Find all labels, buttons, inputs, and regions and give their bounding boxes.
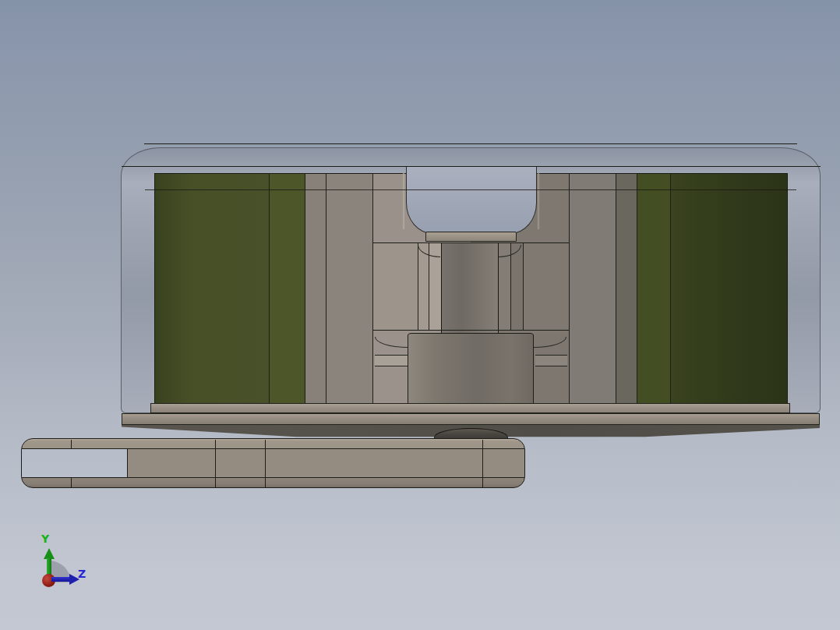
stator-coil-left-inner[interactable] bbox=[269, 173, 305, 403]
bearing-sleeve-right[interactable] bbox=[511, 243, 524, 330]
stator-coil-right-inner[interactable] bbox=[637, 173, 670, 403]
z-axis-arrow bbox=[51, 577, 70, 582]
y-axis-arrowhead bbox=[44, 548, 55, 559]
y-axis-label: Y bbox=[41, 533, 49, 544]
arm-edge-hairline bbox=[71, 440, 72, 448]
stator-core-right-b[interactable] bbox=[616, 173, 637, 403]
edge-hairline bbox=[269, 173, 270, 403]
arm-fork-slot bbox=[22, 449, 128, 477]
arm-edge-hairline bbox=[71, 478, 72, 488]
tower-highlight bbox=[402, 173, 404, 229]
arm-edge-hairline bbox=[22, 477, 524, 478]
rotor-hub[interactable] bbox=[408, 333, 534, 405]
z-axis-label: Z bbox=[78, 568, 86, 579]
edge-hairline bbox=[305, 173, 305, 403]
base-plate-lower[interactable] bbox=[122, 413, 820, 425]
base-plate-upper[interactable] bbox=[150, 403, 790, 413]
stator-core-left-b[interactable] bbox=[326, 173, 372, 403]
stator-coil-right-outer[interactable] bbox=[670, 173, 788, 403]
edge-hairline bbox=[616, 173, 616, 403]
bearing-block-right[interactable] bbox=[524, 243, 569, 330]
cad-graphics-area[interactable]: Y Z bbox=[0, 0, 840, 630]
bearing-sleeve-left[interactable] bbox=[418, 243, 429, 330]
edge-hairline bbox=[670, 173, 671, 403]
stator-core-right-a[interactable] bbox=[569, 173, 616, 403]
edge-hairline-top-back bbox=[144, 143, 797, 144]
arm-edge-hairline bbox=[482, 440, 483, 488]
edge-hairline bbox=[372, 330, 569, 331]
bearing-block-left[interactable] bbox=[373, 243, 418, 330]
edge-hairline bbox=[637, 173, 637, 403]
arm-edge-hairline bbox=[265, 440, 266, 488]
mounting-arm[interactable] bbox=[21, 438, 525, 488]
retainer-band-right bbox=[535, 355, 567, 366]
shaft[interactable] bbox=[441, 243, 499, 334]
stator-core-left-a[interactable] bbox=[305, 173, 326, 403]
edge-hairline-stator-back bbox=[145, 189, 796, 190]
stator-coil-left-outer[interactable] bbox=[154, 173, 269, 403]
arm-edge-hairline bbox=[215, 440, 216, 488]
shaft-cap[interactable] bbox=[425, 232, 517, 242]
edge-hairline bbox=[326, 173, 326, 403]
rotor-bell-cavity[interactable] bbox=[406, 167, 537, 234]
tower-highlight bbox=[538, 173, 540, 229]
edge-hairline bbox=[569, 173, 570, 403]
retainer-band-left bbox=[375, 355, 408, 366]
